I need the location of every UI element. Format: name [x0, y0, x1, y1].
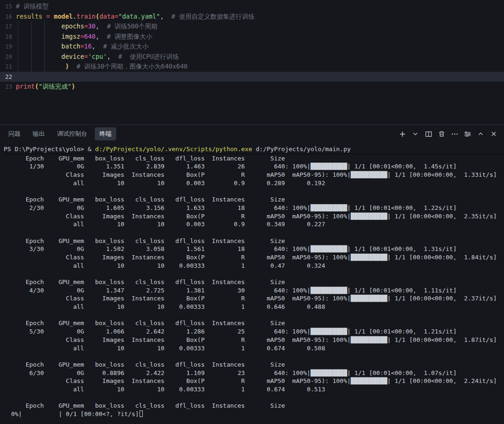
- code-editor[interactable]: 15# 训练模型16results = model.train(data="da…: [0, 0, 504, 125]
- terminal-line: Epoch GPU_mem box_loss cls_loss dfl_loss…: [4, 361, 504, 369]
- terminal-line: Epoch GPU_mem box_loss cls_loss dfl_loss…: [4, 237, 504, 245]
- line-number: 20: [0, 52, 12, 62]
- terminal-line: [4, 270, 504, 278]
- line-number: 17: [0, 21, 12, 32]
- terminal-line: [4, 352, 504, 361]
- terminal-profile-dropdown[interactable]: [410, 128, 421, 139]
- vscode-window: 15# 训练模型16results = model.train(data="da…: [0, 0, 504, 424]
- new-terminal-button[interactable]: [397, 128, 408, 139]
- terminal-line: Class Images Instances Box(P R mAP50 mAP…: [4, 171, 504, 179]
- panel-tab-debug-console[interactable]: 调试控制台: [52, 127, 92, 140]
- more-actions-button[interactable]: [449, 128, 460, 139]
- terminal-line: [4, 311, 504, 320]
- bottom-panel: 问题输出调试控制台终端: [0, 125, 504, 424]
- terminal-line: Class Images Instances Box(P R mAP50 mAP…: [4, 336, 504, 344]
- line-number: 23: [0, 82, 12, 92]
- ellipsis-icon: [451, 131, 458, 138]
- close-panel-button[interactable]: [488, 128, 499, 139]
- code-lines: 15# 训练模型16results = model.train(data="da…: [0, 1, 504, 92]
- terminal-command-line: PS D:\PyProjects\yolo> & d:/PyProjects/y…: [4, 145, 504, 154]
- line-number: 15: [0, 1, 12, 12]
- split-icon: [425, 131, 432, 138]
- terminal-line: 1/30 0G 1.351 2.839 1.463 26 640: 100%|█…: [4, 162, 504, 171]
- panel-tabs: 问题输出调试控制台终端: [4, 127, 116, 140]
- terminal-line: Epoch GPU_mem box_loss cls_loss dfl_loss…: [4, 319, 504, 327]
- chevron-up-icon: [478, 131, 483, 137]
- chevron-down-icon: [413, 131, 418, 137]
- terminal-line: 5/30 0G 1.066 2.642 1.286 25 640: 100%|█…: [4, 327, 504, 336]
- panel-tab-output[interactable]: 输出: [28, 127, 49, 140]
- code-line: 18 imgsz=640, # 调整图像大小: [0, 32, 504, 42]
- terminal-line: 3/30 0G 1.502 3.058 1.561 18 640: 100%|█…: [4, 245, 504, 253]
- line-number: 16: [0, 12, 12, 22]
- terminal-line: all 10 10 0.00333 1 0.674 0.513: [4, 385, 504, 394]
- terminal-output[interactable]: PS D:\PyProjects\yolo> & d:/PyProjects/y…: [0, 143, 504, 418]
- close-icon: [491, 131, 497, 137]
- terminal-line: Class Images Instances Box(P R mAP50 mAP…: [4, 294, 504, 303]
- terminal-line: 6/30 0G 0.8896 2.422 1.109 23 640: 100%|…: [4, 369, 504, 377]
- terminal-line: Class Images Instances Box(P R mAP50 mAP…: [4, 212, 504, 221]
- terminal-line: all 10 10 0.00333 1 0.674 0.508: [4, 344, 504, 353]
- kill-terminal-button[interactable]: [436, 128, 447, 139]
- terminal-line: all 10 10 0.00333 1 0.646 0.488: [4, 303, 504, 311]
- line-number: 18: [0, 32, 12, 42]
- terminal-line: 4/30 0G 1.347 2.725 1.381 30 640: 100%|█…: [4, 286, 504, 295]
- launch-profile-button[interactable]: [462, 128, 473, 139]
- terminal-line: Class Images Instances Box(P R mAP50 mAP…: [4, 377, 504, 385]
- terminal-line: [4, 187, 504, 195]
- code-line: 21 ) # 训练30个周期，图像大小为640x640: [0, 62, 504, 72]
- terminal-line: [4, 394, 504, 402]
- terminal-line: 2/30 0G 1.605 3.156 1.633 18 640: 100%|█…: [4, 204, 504, 212]
- panel-actions: [397, 128, 499, 139]
- panel-tab-terminal[interactable]: 终端: [95, 127, 116, 140]
- code-line: 22: [0, 72, 504, 82]
- terminal-line: all 10 10 0.003 0.9 0.349 0.227: [4, 220, 504, 229]
- line-number: 22: [0, 72, 12, 82]
- terminal-line: all 10 10 0.003 0.9 0.289 0.192: [4, 179, 504, 188]
- line-number: 19: [0, 42, 12, 52]
- split-terminal-button[interactable]: [423, 128, 434, 139]
- terminal-line: Epoch GPU_mem box_loss cls_loss dfl_loss…: [4, 154, 504, 163]
- code-line: 16results = model.train(data="data.yaml"…: [0, 12, 504, 22]
- terminal-line: Epoch GPU_mem box_loss cls_loss dfl_loss…: [4, 195, 504, 204]
- terminal-line: Epoch GPU_mem box_loss cls_loss dfl_loss…: [4, 278, 504, 286]
- code-line: 20 device='cpu', # 使用CPU进行训练: [0, 52, 504, 62]
- terminal-line: Class Images Instances Box(P R mAP50 mAP…: [4, 253, 504, 262]
- code-line: 23print("训练完成"): [0, 82, 504, 92]
- code-line: 17 epochs=30, # 训练500个周期: [0, 21, 504, 32]
- tune-icon: [464, 131, 471, 138]
- terminal-line: [4, 229, 504, 237]
- terminal-progress-line: 0%| | 0/1 [00:00<?, ?it/s]: [4, 410, 504, 418]
- panel-header: 问题输出调试控制台终端: [0, 125, 504, 143]
- panel-tab-problems[interactable]: 问题: [4, 127, 25, 140]
- terminal-line: Epoch GPU_mem box_loss cls_loss dfl_loss…: [4, 402, 504, 410]
- maximize-panel-button[interactable]: [475, 128, 486, 139]
- terminal-cursor: [140, 410, 143, 417]
- line-number: 21: [0, 62, 12, 72]
- trash-icon: [438, 131, 445, 138]
- code-line: 15# 训练模型: [0, 1, 504, 12]
- code-line: 19 batch=16, # 减少批次大小: [0, 42, 504, 52]
- terminal-line: all 10 10 0.00333 1 0.47 0.324: [4, 262, 504, 270]
- plus-icon: [399, 131, 406, 138]
